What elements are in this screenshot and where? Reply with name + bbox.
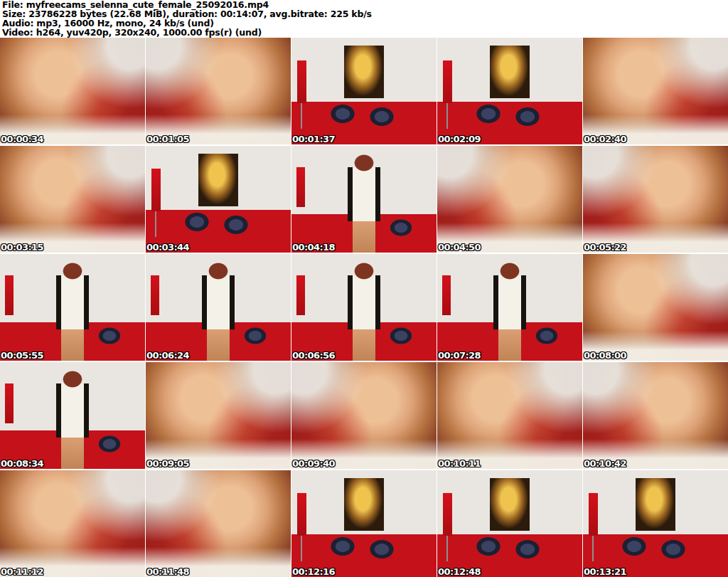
- timestamp-label: 00:11:48: [146, 566, 189, 577]
- video-thumbnail[interactable]: 00:08:00: [583, 254, 728, 361]
- video-thumbnail[interactable]: 00:12:16: [291, 470, 437, 577]
- timestamp-label: 00:02:40: [584, 134, 626, 144]
- video-thumbnail[interactable]: 00:04:18: [291, 146, 437, 253]
- video-thumbnail[interactable]: 00:10:11: [437, 362, 582, 469]
- video-thumbnail[interactable]: 00:06:56: [291, 254, 437, 361]
- video-thumbnail[interactable]: 00:04:50: [437, 146, 582, 253]
- timestamp-label: 00:07:28: [438, 350, 481, 361]
- video-thumbnail[interactable]: 00:11:48: [146, 470, 291, 577]
- timestamp-label: 00:00:34: [1, 134, 43, 144]
- video-thumbnail[interactable]: 00:06:24: [146, 254, 291, 361]
- timestamp-label: 00:01:05: [146, 134, 189, 144]
- video-contact-sheet: File: myfreecams_selenna_cute_female_250…: [0, 0, 728, 577]
- timestamp-label: 00:08:34: [1, 458, 43, 469]
- video-thumbnail[interactable]: 00:03:44: [146, 146, 291, 253]
- timestamp-label: 00:06:56: [292, 350, 335, 361]
- timestamp-label: 00:10:42: [584, 458, 626, 469]
- timestamp-label: 00:13:21: [584, 566, 626, 577]
- video-thumbnail[interactable]: 00:12:48: [437, 470, 582, 577]
- timestamp-label: 00:09:40: [292, 458, 335, 469]
- timestamp-label: 00:02:09: [438, 134, 481, 144]
- video-thumbnail[interactable]: 00:09:40: [291, 362, 437, 469]
- video-thumbnail[interactable]: 00:11:12: [0, 470, 145, 577]
- metadata-header: File: myfreecams_selenna_cute_female_250…: [0, 0, 728, 38]
- timestamp-label: 00:11:12: [1, 566, 43, 577]
- video-thumbnail[interactable]: 00:01:37: [291, 38, 437, 144]
- thumbnail-grid: 00:00:3400:01:0500:01:3700:02:0900:02:40…: [0, 38, 728, 577]
- video-thumbnail[interactable]: 00:02:40: [583, 38, 728, 144]
- video-thumbnail[interactable]: 00:00:34: [0, 38, 145, 144]
- timestamp-label: 00:08:00: [584, 350, 626, 361]
- video-thumbnail[interactable]: 00:03:15: [0, 146, 145, 253]
- timestamp-label: 00:10:11: [438, 458, 481, 469]
- video-thumbnail[interactable]: 00:10:42: [583, 362, 728, 469]
- video-thumbnail[interactable]: 00:01:05: [146, 38, 291, 144]
- timestamp-label: 00:12:16: [292, 566, 335, 577]
- timestamp-label: 00:03:15: [1, 242, 43, 253]
- timestamp-label: 00:05:55: [1, 350, 43, 361]
- timestamp-label: 00:06:24: [146, 350, 189, 361]
- timestamp-label: 00:01:37: [292, 134, 335, 144]
- video-thumbnail[interactable]: 00:13:21: [583, 470, 728, 577]
- timestamp-label: 00:05:22: [584, 242, 626, 253]
- timestamp-label: 00:09:05: [146, 458, 189, 469]
- timestamp-label: 00:03:44: [146, 242, 189, 253]
- metadata-line-3: Video: h264, yuv420p, 320x240, 1000.00 f…: [2, 28, 726, 38]
- video-thumbnail[interactable]: 00:02:09: [437, 38, 582, 144]
- video-thumbnail[interactable]: 00:05:55: [0, 254, 145, 361]
- timestamp-label: 00:12:48: [438, 566, 481, 577]
- video-thumbnail[interactable]: 00:05:22: [583, 146, 728, 253]
- timestamp-label: 00:04:18: [292, 242, 335, 253]
- video-thumbnail[interactable]: 00:08:34: [0, 362, 145, 469]
- timestamp-label: 00:04:50: [438, 242, 481, 253]
- video-thumbnail[interactable]: 00:09:05: [146, 362, 291, 469]
- video-thumbnail[interactable]: 00:07:28: [437, 254, 582, 361]
